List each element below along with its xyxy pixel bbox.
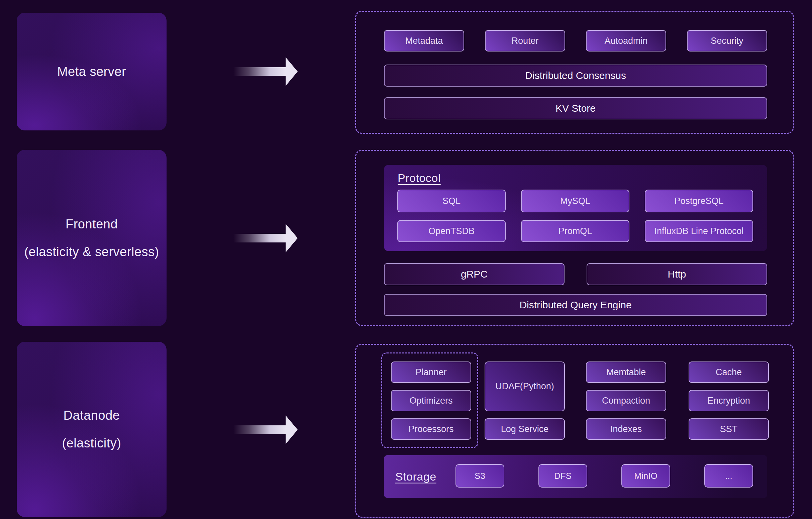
node-memtable: Memtable bbox=[586, 362, 666, 383]
frontend-box: Frontend (elasticity & serverless) bbox=[17, 150, 167, 326]
node-udaf-python: UDAF(Python) bbox=[485, 362, 565, 411]
node-processors: Processors bbox=[391, 419, 471, 440]
datanode-box: Datanode (elasticity) bbox=[17, 342, 167, 517]
node-planner: Planner bbox=[391, 362, 471, 383]
datanode-label-line1: Datanode bbox=[63, 408, 120, 423]
node-metadata: Metadata bbox=[384, 30, 464, 52]
node-log-service: Log Service bbox=[485, 419, 565, 440]
node-sql: SQL bbox=[397, 190, 506, 212]
node-autoadmin: Autoadmin bbox=[586, 30, 666, 52]
architecture-diagram: Meta server Frontend (elasticity & serve… bbox=[0, 0, 812, 519]
meta-server-box: Meta server bbox=[17, 13, 167, 131]
arrow-shaft bbox=[233, 425, 286, 434]
node-mysql: MySQL bbox=[521, 190, 629, 212]
node-sst: SST bbox=[689, 419, 769, 440]
arrow-head-icon bbox=[286, 57, 298, 86]
meta-server-label: Meta server bbox=[57, 64, 126, 79]
node-more-storage: ... bbox=[704, 464, 753, 488]
frontend-components-container: Protocol SQL MySQL PostgreSQL OpenTSDB P… bbox=[355, 150, 794, 326]
node-indexes: Indexes bbox=[586, 419, 666, 440]
arrow-head-icon bbox=[286, 415, 298, 444]
node-grpc: gRPC bbox=[384, 263, 564, 285]
arrow-shaft bbox=[233, 67, 286, 76]
node-influxdb-line-protocol: InfluxDB Line Protocol bbox=[645, 220, 753, 242]
right-arrow-datanode bbox=[233, 415, 298, 444]
node-cache: Cache bbox=[689, 362, 769, 383]
right-arrow-meta bbox=[233, 57, 298, 86]
node-minio: MinIO bbox=[621, 464, 670, 488]
node-compaction: Compaction bbox=[586, 390, 666, 411]
arrow-head-icon bbox=[286, 224, 298, 253]
storage-panel: Storage S3 DFS MinIO ... bbox=[384, 455, 767, 498]
arrow-shaft bbox=[233, 234, 286, 242]
node-kv-store: KV Store bbox=[384, 97, 767, 119]
datanode-components-container: Planner Optimizers Processors UDAF(Pytho… bbox=[355, 344, 794, 518]
node-s3: S3 bbox=[456, 464, 504, 488]
node-distributed-consensus: Distributed Consensus bbox=[384, 64, 767, 87]
node-security: Security bbox=[687, 30, 767, 52]
frontend-label-line1: Frontend bbox=[65, 217, 118, 231]
meta-server-components-container: Metadata Router Autoadmin Security Distr… bbox=[355, 11, 794, 134]
node-distributed-query-engine: Distributed Query Engine bbox=[384, 294, 767, 316]
node-encryption: Encryption bbox=[689, 390, 769, 411]
protocol-title: Protocol bbox=[398, 172, 441, 184]
node-router: Router bbox=[485, 30, 565, 52]
storage-title: Storage bbox=[395, 470, 436, 483]
node-dfs: DFS bbox=[539, 464, 587, 488]
node-promql: PromQL bbox=[521, 220, 629, 242]
node-postgresql: PostgreSQL bbox=[645, 190, 753, 212]
node-opentsdb: OpenTSDB bbox=[397, 220, 506, 242]
protocol-panel: Protocol SQL MySQL PostgreSQL OpenTSDB P… bbox=[384, 165, 767, 251]
node-optimizers: Optimizers bbox=[391, 390, 471, 411]
datanode-label-line2: (elasticity) bbox=[62, 436, 121, 451]
node-http: Http bbox=[587, 263, 767, 285]
right-arrow-frontend bbox=[233, 224, 298, 253]
frontend-label-line2: (elasticity & serverless) bbox=[24, 245, 159, 259]
